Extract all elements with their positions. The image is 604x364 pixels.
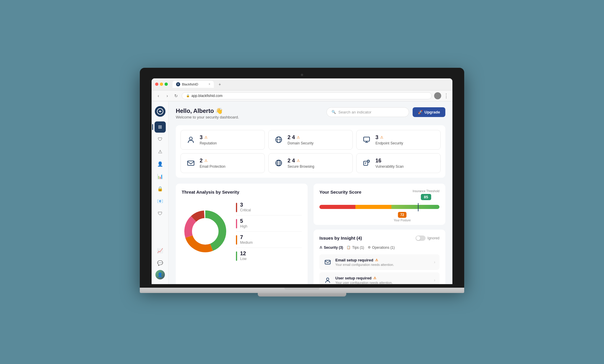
security-card-vulnerability[interactable]: 16 Vulnerability Scan bbox=[356, 153, 441, 173]
card-content-email: 2 ⚠ Email Protection bbox=[200, 158, 260, 169]
forward-button[interactable]: › bbox=[164, 93, 170, 99]
sidebar-item-reports[interactable]: 📊 bbox=[155, 171, 166, 182]
browser-tab-active[interactable]: B BlackfishID × bbox=[173, 81, 214, 88]
user-avatar-nav[interactable] bbox=[434, 92, 441, 99]
issue-desc-email: Your email configuration needs attention… bbox=[335, 263, 431, 266]
sidebar-item-protection[interactable]: 🛡 bbox=[155, 208, 166, 219]
threat-panel-title: Threat Analysis by Severity bbox=[182, 190, 302, 195]
vulnerability-count: 16 bbox=[375, 158, 381, 164]
new-tab-button[interactable]: + bbox=[216, 82, 223, 87]
reputation-warning-icon: ⚠ bbox=[204, 135, 208, 139]
score-bar-container: 72 Your Posture bbox=[319, 205, 439, 219]
address-text: app.blackfishid.com bbox=[191, 94, 222, 98]
low-bar bbox=[236, 251, 237, 261]
threshold-badge: 85 bbox=[421, 194, 431, 200]
posture-indicator: 72 Your Posture bbox=[394, 211, 411, 222]
medium-count: 7 bbox=[240, 235, 253, 240]
tips-tab-icon: 📋 bbox=[347, 246, 351, 249]
greeting-text: Hello, Alberto 👋 bbox=[176, 107, 239, 114]
threshold-marker bbox=[418, 203, 418, 211]
low-label: Low bbox=[240, 257, 247, 261]
alert-icon: ⚠ bbox=[158, 149, 162, 154]
tips-tab-label: Tips (1) bbox=[352, 246, 364, 250]
lock-icon: 🔒 bbox=[186, 94, 190, 97]
sidebar-bottom: 📈 💬 👤 bbox=[155, 245, 166, 279]
ignored-toggle[interactable]: Ignored bbox=[416, 235, 439, 241]
address-bar[interactable]: 🔒 app.blackfishid.com bbox=[182, 92, 432, 99]
sidebar-item-dashboard[interactable]: ⊞ bbox=[155, 121, 166, 133]
protection-icon: 🛡 bbox=[158, 211, 163, 216]
security-card-reputation[interactable]: 3 ⚠ Reputation bbox=[180, 130, 265, 150]
maximize-button[interactable] bbox=[165, 83, 168, 86]
posture-badge: 72 bbox=[398, 212, 406, 218]
issue-title-email: Email setup required ⚠ bbox=[335, 258, 431, 262]
sidebar-item-alerts[interactable]: ⚠ bbox=[155, 146, 166, 157]
greeting-subtitle: Welcome to your security dashboard. bbox=[176, 115, 239, 119]
refresh-button[interactable]: ↻ bbox=[173, 93, 179, 99]
issue-text-user: User setup required ⚠ Your user configur… bbox=[335, 276, 431, 284]
security-card-email[interactable]: 2 ⚠ Email Protection bbox=[180, 153, 265, 173]
legend-medium: 7 Medium bbox=[236, 232, 302, 248]
sidebar-item-analytics[interactable]: 📈 bbox=[155, 245, 166, 256]
issues-tab-tips[interactable]: 📋 Tips (1) bbox=[347, 244, 364, 251]
laptop-stand bbox=[258, 293, 346, 297]
header-greeting: Hello, Alberto 👋 Welcome to your securit… bbox=[176, 107, 239, 119]
security-score-panel: Your Security Score Insurance Threshold … bbox=[314, 184, 445, 225]
search-bar[interactable]: 🔍 Search an indicator bbox=[326, 107, 409, 117]
legend-low: 12 Low bbox=[236, 248, 302, 264]
high-bar bbox=[236, 219, 237, 228]
email-icon: 📧 bbox=[157, 198, 163, 204]
minimize-button[interactable] bbox=[160, 83, 163, 86]
security-card-domain[interactable]: 2 4 ⚠ Domain Security bbox=[268, 130, 353, 150]
email-warning-icon: ⚠ bbox=[204, 159, 208, 163]
close-button[interactable] bbox=[155, 83, 158, 86]
browsing-icon bbox=[273, 158, 284, 168]
score-title: Your Security Score bbox=[319, 190, 361, 195]
security-tab-icon: ⚠ bbox=[319, 246, 322, 249]
browsing-label: Secure Browsing bbox=[288, 164, 348, 169]
reputation-label: Reputation bbox=[200, 141, 260, 145]
posture-label: Your Posture bbox=[394, 219, 411, 222]
medium-label: Medium bbox=[240, 241, 253, 245]
issue-item-email[interactable]: Email setup required ⚠ Your email config… bbox=[319, 254, 439, 270]
threshold-label: Insurance Threshold bbox=[413, 190, 439, 193]
browsing-warning-icon: ⚠ bbox=[297, 159, 300, 163]
posture-spacer bbox=[319, 211, 439, 219]
sidebar-item-security[interactable]: 🛡 bbox=[155, 134, 166, 145]
reputation-icon bbox=[186, 134, 196, 145]
donut-chart bbox=[182, 208, 229, 255]
sidebar-item-support[interactable]: 💬 bbox=[155, 258, 166, 269]
user-issue-warning-icon: ⚠ bbox=[373, 276, 376, 280]
email-issue-warning-icon: ⚠ bbox=[375, 258, 378, 262]
email-card-icon bbox=[186, 158, 196, 168]
browser-window: B BlackfishID × + ‹ › ↻ 🔒 app.blackfishi… bbox=[152, 78, 452, 284]
sidebar-item-users[interactable]: 👤 bbox=[155, 159, 166, 170]
toggle-switch[interactable] bbox=[416, 235, 426, 241]
browser-menu-button[interactable]: ⋮ bbox=[444, 93, 449, 99]
issues-tabs: ⚠ Security (3) 📋 Tips (1) ⚙ bbox=[319, 244, 439, 251]
issue-item-user[interactable]: User setup required ⚠ Your user configur… bbox=[319, 272, 439, 284]
support-icon: 💬 bbox=[157, 260, 163, 266]
threshold-line bbox=[418, 203, 418, 211]
threat-analysis-panel: Threat Analysis by Severity bbox=[176, 184, 308, 284]
svg-point-22 bbox=[326, 278, 329, 280]
upgrade-button[interactable]: 🚀 Upgrade bbox=[413, 107, 445, 117]
laptop-base bbox=[140, 288, 464, 293]
security-card-browsing[interactable]: 2 4 ⚠ Secure Browsing bbox=[268, 153, 353, 173]
issues-tab-operations[interactable]: ⚙ Operations (1) bbox=[368, 244, 395, 251]
legend-critical: 3 Critical bbox=[236, 199, 302, 215]
toggle-knob bbox=[416, 236, 420, 240]
sidebar-item-access[interactable]: 🔒 bbox=[155, 183, 166, 195]
user-avatar-sidebar[interactable]: 👤 bbox=[155, 270, 165, 279]
back-button[interactable]: ‹ bbox=[155, 93, 162, 99]
email-label: Email Protection bbox=[200, 164, 260, 169]
critical-bar bbox=[236, 203, 237, 212]
tab-close-button[interactable]: × bbox=[209, 83, 210, 86]
svg-rect-5 bbox=[364, 137, 370, 141]
security-card-endpoint[interactable]: 3 ⚠ Endpoint Security bbox=[356, 130, 441, 150]
high-count: 5 bbox=[240, 218, 247, 224]
issues-tab-security[interactable]: ⚠ Security (3) bbox=[319, 244, 343, 251]
tab-favicon: B bbox=[176, 82, 180, 86]
vulnerability-label: Vulnerability Scan bbox=[375, 164, 436, 169]
sidebar-item-email[interactable]: 📧 bbox=[155, 196, 166, 207]
